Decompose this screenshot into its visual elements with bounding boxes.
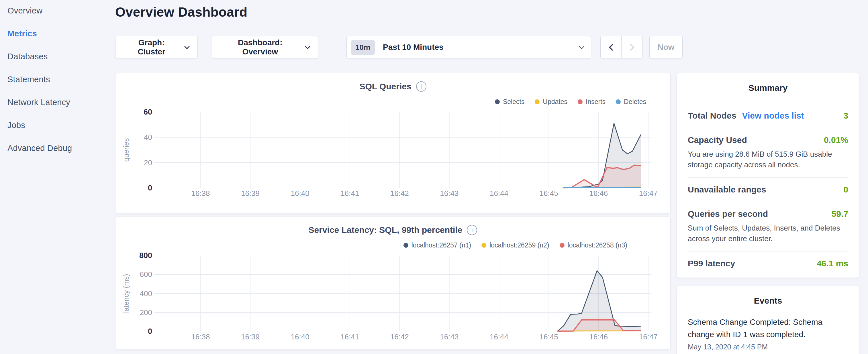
time-next-button[interactable]	[621, 36, 643, 58]
legend-item-inserts: Inserts	[578, 98, 606, 106]
sql-queries-chart-panel: 16:3816:3916:4016:4116:4216:4316:4416:45…	[115, 73, 671, 213]
controls-bar: Graph: Cluster Dashboard: Overview 10m P…	[115, 36, 868, 58]
dashboard-dropdown[interactable]: Dashboard: Overview	[212, 36, 318, 58]
chart-title: SQL Queries	[359, 82, 411, 91]
legend-label: Selects	[503, 98, 524, 106]
page-title: Overview Dashboard	[115, 4, 868, 20]
sidebar-item-jobs[interactable]: Jobs	[7, 120, 115, 130]
legend-item-deletes: Deletes	[616, 98, 646, 106]
chevron-right-icon	[627, 44, 634, 51]
svg-text:16:40: 16:40	[291, 332, 309, 341]
events-panel: Events Schema Change Completed: Schema c…	[677, 286, 859, 354]
svg-text:16:41: 16:41	[340, 332, 359, 341]
summary-row-head: P99 latency46.1 ms	[688, 259, 848, 268]
svg-text:20: 20	[144, 158, 152, 167]
svg-text:16:43: 16:43	[440, 189, 459, 198]
summary-row-label: P99 latency	[688, 259, 735, 268]
summary-row-description: You are using 28.6 MiB of 515.9 GiB usab…	[688, 149, 842, 170]
sidebar-item-overview[interactable]: Overview	[7, 6, 115, 15]
summary-row-unavailable-ranges: Unavailable ranges0	[688, 177, 848, 202]
time-prev-button[interactable]	[600, 36, 622, 58]
svg-text:60: 60	[144, 108, 152, 116]
svg-text:16:45: 16:45	[539, 189, 558, 198]
chevron-down-icon	[305, 44, 310, 49]
chevron-down-icon	[185, 44, 190, 49]
graph-dropdown-label: Graph: Cluster	[124, 38, 179, 57]
svg-text:16:41: 16:41	[340, 189, 359, 198]
main-content: Overview Dashboard Graph: Cluster Dashbo…	[115, 0, 868, 354]
legend-item-localhost-26258-n3-: localhost:26258 (n3)	[560, 242, 627, 249]
sidebar-item-statements[interactable]: Statements	[7, 74, 115, 84]
legend-label: Inserts	[586, 98, 606, 106]
summary-row-value: 0	[843, 185, 848, 194]
svg-text:16:46: 16:46	[589, 189, 608, 198]
svg-text:16:46: 16:46	[589, 332, 608, 341]
legend-dot	[482, 243, 486, 248]
svg-text:16:40: 16:40	[291, 189, 309, 198]
sidebar: OverviewMetricsDatabasesStatementsNetwor…	[0, 0, 115, 354]
sidebar-item-metrics[interactable]: Metrics	[7, 29, 115, 38]
sql-queries-chart[interactable]: 16:3816:3916:4016:4116:4216:4316:4416:45…	[116, 73, 671, 214]
dashboard-dropdown-label: Dashboard: Overview	[221, 38, 300, 57]
legend-dot	[560, 243, 564, 248]
svg-text:0: 0	[148, 327, 152, 336]
info-icon[interactable]: i	[416, 81, 426, 92]
now-button[interactable]: Now	[649, 36, 683, 58]
legend-label: localhost:26259 (n2)	[490, 242, 549, 249]
legend-label: localhost:26257 (n1)	[411, 242, 471, 249]
service-latency-chart[interactable]: 16:3816:3916:4016:4116:4216:4316:4416:45…	[116, 217, 671, 350]
event-item: Schema Change Completed: Schema change w…	[688, 316, 848, 351]
right-column: Summary Total NodesView nodes list3Capac…	[677, 73, 859, 354]
summary-row-queries-per-second: Queries per second59.7Sum of Selects, Up…	[688, 202, 848, 251]
summary-row-value: 0.01%	[824, 135, 848, 145]
svg-text:16:38: 16:38	[191, 332, 210, 341]
summary-row-label: Total Nodes	[688, 111, 736, 121]
chart-title: Service Latency: SQL, 99th percentile	[309, 225, 463, 235]
chevron-down-icon	[579, 44, 584, 49]
legend-label: Deletes	[624, 98, 646, 106]
summary-row-description: Sum of Selects, Updates, Inserts, and De…	[688, 223, 842, 244]
info-icon[interactable]: i	[467, 225, 477, 235]
svg-text:16:47: 16:47	[639, 332, 658, 341]
svg-text:16:44: 16:44	[490, 189, 508, 198]
time-range-selector[interactable]: 10m Past 10 Minutes	[346, 36, 591, 58]
chart-title-row: Service Latency: SQL, 99th percentile i	[116, 225, 670, 235]
summary-row-total-nodes: Total NodesView nodes list3	[688, 104, 848, 128]
sidebar-item-network-latency[interactable]: Network Latency	[7, 97, 115, 107]
event-time: May 13, 2020 at 4:45 PM	[688, 343, 848, 351]
summary-row-head: Capacity Used0.01%	[688, 135, 848, 145]
svg-text:latency (ms): latency (ms)	[122, 274, 130, 313]
svg-text:16:43: 16:43	[440, 332, 459, 341]
summary-row-label: Capacity Used	[688, 135, 747, 145]
svg-text:16:42: 16:42	[390, 332, 409, 341]
svg-text:800: 800	[139, 251, 152, 260]
legend-item-localhost-26257-n1-: localhost:26257 (n1)	[403, 242, 471, 249]
legend-item-localhost-26259-n2-: localhost:26259 (n2)	[482, 242, 549, 249]
summary-row-label: Unavailable ranges	[688, 185, 766, 194]
sidebar-item-databases[interactable]: Databases	[7, 52, 115, 61]
view-nodes-list-link[interactable]: View nodes list	[742, 111, 804, 121]
divider	[333, 36, 333, 58]
graph-dropdown[interactable]: Graph: Cluster	[115, 36, 198, 58]
sidebar-item-advanced-debug[interactable]: Advanced Debug	[7, 143, 115, 153]
summary-rows: Total NodesView nodes list3Capacity Used…	[688, 104, 848, 276]
svg-text:16:39: 16:39	[241, 189, 260, 198]
content-area: 16:3816:3916:4016:4116:4216:4316:4416:45…	[115, 73, 868, 354]
chevron-left-icon	[609, 44, 616, 51]
svg-text:16:45: 16:45	[539, 332, 558, 341]
svg-text:queries: queries	[122, 138, 130, 162]
event-text: Schema Change Completed: Schema change w…	[688, 316, 848, 341]
legend-dot	[535, 99, 539, 104]
legend-dot	[495, 99, 500, 104]
chart-legend: SelectsUpdatesInsertsDeletes	[495, 98, 646, 106]
time-range-label: Past 10 Minutes	[383, 43, 443, 52]
summary-title: Summary	[688, 83, 848, 93]
app-root: OverviewMetricsDatabasesStatementsNetwor…	[0, 0, 868, 354]
summary-row-head: Unavailable ranges0	[688, 185, 848, 194]
events-list: Schema Change Completed: Schema change w…	[688, 316, 848, 351]
chart-legend: localhost:26257 (n1)localhost:26259 (n2)…	[403, 242, 627, 249]
legend-item-updates: Updates	[535, 98, 567, 106]
svg-text:16:38: 16:38	[191, 189, 210, 198]
time-range-badge: 10m	[351, 40, 375, 55]
legend-label: Updates	[543, 98, 567, 106]
